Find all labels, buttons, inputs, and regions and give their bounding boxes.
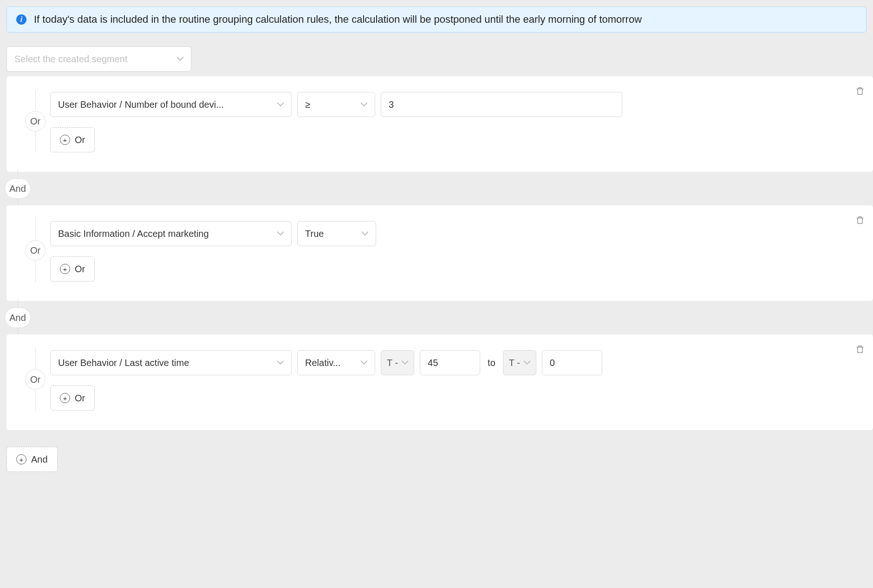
chevron-down-icon	[177, 54, 183, 65]
or-operator-badge[interactable]: Or	[25, 240, 46, 261]
attribute-select[interactable]: User Behavior / Number of bound devi...	[50, 92, 292, 117]
chevron-down-icon	[277, 99, 284, 110]
plus-circle-icon: +	[60, 393, 70, 403]
comparator-select[interactable]: ≥	[297, 92, 375, 117]
chevron-down-icon	[277, 229, 284, 239]
plus-circle-icon: +	[60, 135, 70, 145]
segment-select-placeholder: Select the created segment	[14, 54, 127, 65]
add-or-condition-button[interactable]: + Or	[50, 256, 95, 281]
chevron-down-icon	[524, 358, 530, 368]
and-operator-badge[interactable]: And	[5, 178, 31, 199]
add-or-condition-button[interactable]: + Or	[50, 385, 95, 411]
attribute-label: Basic Information / Accept marketing	[58, 229, 271, 239]
and-operator-badge[interactable]: And	[5, 307, 31, 328]
attribute-label: User Behavior / Last active time	[58, 358, 271, 368]
plus-circle-icon: +	[16, 454, 26, 464]
add-or-label: Or	[75, 393, 85, 404]
chevron-down-icon	[277, 358, 284, 368]
alert-text: If today's data is included in the routi…	[34, 13, 642, 26]
info-alert: i If today's data is included in the rou…	[7, 7, 866, 33]
attribute-select[interactable]: Basic Information / Accept marketing	[50, 221, 292, 246]
to-value-input[interactable]	[542, 350, 602, 375]
attribute-select[interactable]: User Behavior / Last active time	[50, 350, 292, 375]
chevron-down-icon	[361, 99, 367, 110]
from-value-input[interactable]	[420, 350, 480, 375]
to-prefix-label: T -	[509, 358, 520, 368]
bool-value-select[interactable]: True	[297, 221, 376, 246]
to-offset-prefix[interactable]: T -	[503, 350, 536, 375]
chevron-down-icon	[361, 358, 367, 368]
condition-row: User Behavior / Last active time Relativ…	[50, 348, 863, 385]
add-and-group-button[interactable]: + And	[7, 447, 58, 472]
value-input[interactable]	[381, 92, 622, 117]
rule-group: Or User Behavior / Last active time Rela…	[7, 334, 873, 430]
attribute-label: User Behavior / Number of bound devi...	[58, 99, 271, 110]
from-offset-prefix[interactable]: T -	[381, 350, 414, 375]
condition-row: Basic Information / Accept marketing Tru…	[50, 219, 863, 256]
chevron-down-icon	[362, 229, 368, 239]
rule-group: Or User Behavior / Number of bound devi.…	[7, 76, 873, 172]
segment-select[interactable]: Select the created segment	[7, 46, 191, 72]
rule-groups: Or User Behavior / Number of bound devi.…	[7, 76, 873, 472]
group-connector: And	[7, 172, 873, 205]
bool-value-label: True	[305, 229, 324, 239]
mode-label: Relativ...	[305, 358, 340, 368]
info-icon: i	[16, 14, 26, 25]
or-operator-badge[interactable]: Or	[25, 111, 46, 131]
comparator-label: ≥	[305, 99, 310, 110]
add-and-label: And	[31, 454, 48, 465]
to-label: to	[486, 358, 497, 368]
add-or-label: Or	[75, 264, 85, 274]
add-or-condition-button[interactable]: + Or	[50, 127, 95, 152]
chevron-down-icon	[402, 358, 408, 368]
rule-group: Or Basic Information / Accept marketing …	[7, 205, 873, 301]
group-connector: And	[7, 301, 873, 334]
add-or-label: Or	[75, 135, 85, 145]
mode-select[interactable]: Relativ...	[297, 350, 375, 375]
condition-row: User Behavior / Number of bound devi... …	[50, 90, 863, 127]
from-prefix-label: T -	[387, 358, 398, 368]
or-operator-badge[interactable]: Or	[25, 369, 46, 390]
plus-circle-icon: +	[60, 264, 70, 274]
